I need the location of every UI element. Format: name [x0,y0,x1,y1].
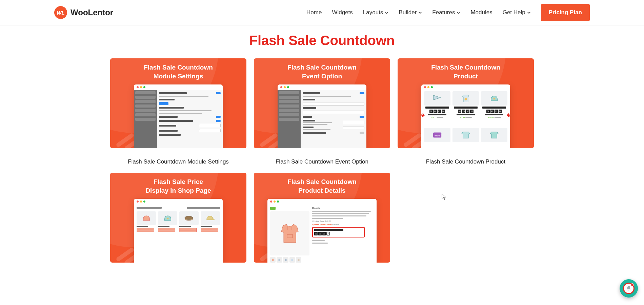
nav-modules[interactable]: Modules [470,9,492,16]
logo-badge-icon: WL [54,6,67,19]
browser-mock [134,199,223,263]
header: WL WooLentor Home Widgets Layouts Builde… [0,0,644,25]
card-thumbnail[interactable]: Flash Sale CountdownProduct Details Hood… [254,173,390,263]
card-product: Flash Sale CountdownProduct ➜ ➜ 02200720… [398,58,534,165]
svg-point-0 [464,98,467,100]
card-caption[interactable]: Flash Sale Countdown Product [426,158,505,165]
card-thumbnail[interactable]: Flash Sale CountdownProduct ➜ ➜ 02200720… [398,58,534,148]
card-caption[interactable]: Flash Sale Countdown Module Settings [128,158,229,165]
nav-gethelp[interactable]: Get Help [503,9,531,16]
card-event-option: Flash Sale CountdownEvent Option [254,58,390,165]
card-thumbnail[interactable]: Flash Sale CountdownEvent Option [254,58,390,148]
card-thumbnail[interactable]: Flash Sale CountdownModule Settings [110,58,246,148]
browser-mock [134,84,223,148]
chevron-down-icon [527,11,531,15]
browser-mock: Hoodie Original Price $42.00 Special Pri… [267,199,377,263]
card-caption[interactable]: Flash Sale Countdown Event Option [276,158,368,165]
card-shop-page: Flash Sale PriceDisplay in Shop Page [110,173,246,263]
main-nav: Home Widgets Layouts Builder Features Mo… [306,4,590,21]
pricing-plan-button[interactable]: Pricing Plan [541,4,590,21]
card-thumbnail[interactable]: Flash Sale PriceDisplay in Shop Page [110,173,246,263]
svg-point-1 [494,98,495,100]
chevron-down-icon [457,11,460,15]
section-title: Flash Sale Countdown [0,33,644,48]
nav-builder[interactable]: Builder [399,9,422,16]
browser-mock [278,84,366,148]
logo-text: WooLentor [71,8,113,17]
nav-features[interactable]: Features [432,9,460,16]
svg-point-6 [185,216,193,220]
nav-widgets[interactable]: Widgets [332,9,353,16]
chevron-down-icon [385,11,388,15]
browser-mock: ➜ ➜ 02200720$5.55$11.00 02200720$8.00$18… [421,84,510,148]
svg-point-4 [167,218,168,220]
card-product-details: Flash Sale CountdownProduct Details Hood… [254,173,390,263]
nav-layouts[interactable]: Layouts [363,9,389,16]
card-module-settings: Flash Sale CountdownModule Settings [110,58,246,165]
cards-grid: Flash Sale CountdownModule Settings [56,58,588,276]
nav-home[interactable]: Home [306,9,322,16]
svg-text:Woo: Woo [435,134,440,137]
logo[interactable]: WL WooLentor [54,6,113,19]
chevron-down-icon [418,11,422,15]
